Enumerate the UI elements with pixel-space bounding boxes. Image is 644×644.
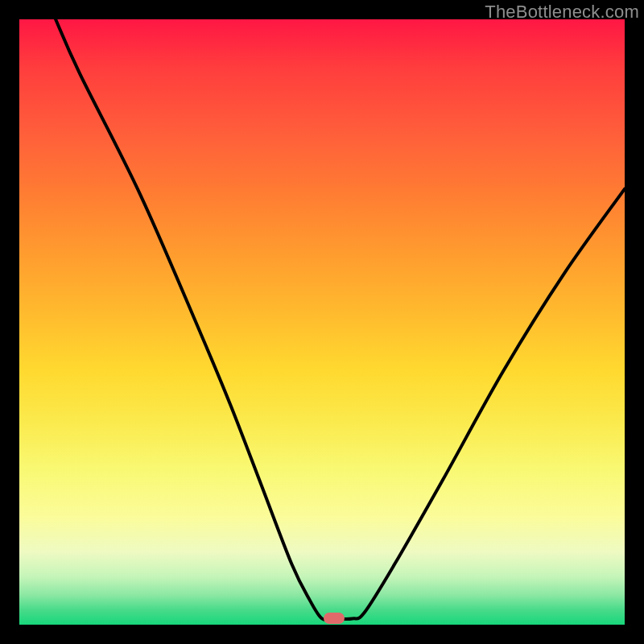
plot-area (19, 19, 625, 625)
bottleneck-curve (19, 19, 625, 625)
optimum-marker (324, 613, 345, 624)
chart-frame: TheBottleneck.com (0, 0, 644, 644)
